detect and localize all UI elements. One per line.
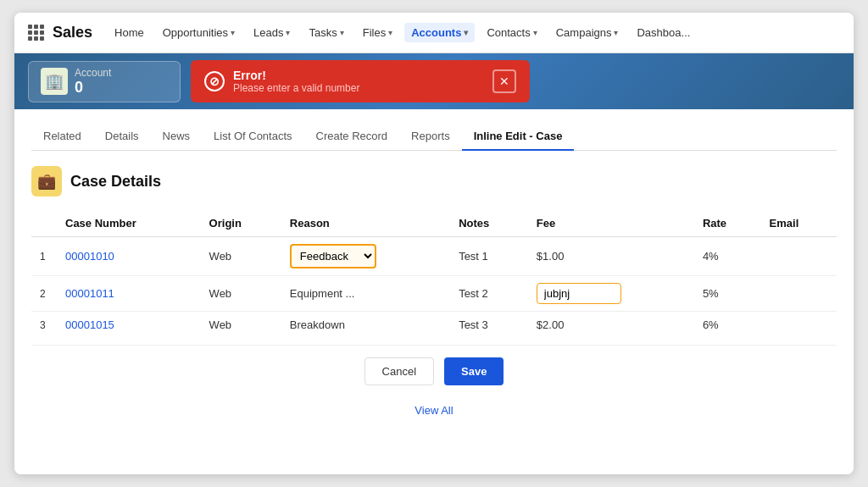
view-all-link[interactable]: View All [415,404,453,417]
account-label: Account [75,67,111,79]
tab-news[interactable]: News [151,123,203,151]
error-title: Error! [233,69,359,82]
app-window: Sales Home Opportunities ▾ Leads ▾ Tasks… [14,13,854,474]
chevron-down-icon: ▾ [533,28,537,37]
chevron-down-icon: ▾ [388,28,392,37]
tab-create-record[interactable]: Create Record [304,123,400,151]
error-text: Error! Please enter a valid number [233,69,359,94]
row-num-2: 2 [31,276,57,312]
reason-dropdown-1[interactable]: Feedback Equipment Breakdown [290,244,376,268]
col-case-number: Case Number [57,210,201,237]
tab-inline-edit-case[interactable]: Inline Edit - Case [462,123,575,151]
nav-item-tasks[interactable]: Tasks ▾ [302,23,350,42]
table-row: 3 00001015 Web Breakdown Test 3 $2.00 6% [31,312,837,339]
case-number-2: 00001011 [57,276,201,312]
blue-banner: 🏢 Account 0 ⊘ Error! Please enter a vali… [14,53,854,109]
error-close-button[interactable]: ✕ [492,69,516,93]
apps-icon[interactable] [28,25,44,41]
table-row: 1 00001010 Web Feedback Equipment Breakd… [31,237,837,276]
account-badge: 🏢 Account 0 [28,61,181,102]
top-nav: Sales Home Opportunities ▾ Leads ▾ Tasks… [14,13,854,53]
action-row: Cancel Save [31,345,837,394]
notes-2: Test 2 [450,276,528,312]
nav-item-dashboard[interactable]: Dashboa... [630,23,697,42]
email-2 [761,276,837,312]
tabs-bar: Related Details News List Of Contacts Cr… [31,123,837,151]
tab-reports[interactable]: Reports [399,123,462,151]
account-value: 0 [75,79,111,97]
row-num-1: 1 [31,237,57,276]
nav-item-files[interactable]: Files ▾ [356,23,399,42]
error-icon: ⊘ [204,71,225,91]
case-details-header: 💼 Case Details [31,166,837,196]
nav-brand: Sales [53,24,92,42]
account-info: Account 0 [75,67,111,97]
chevron-down-icon: ▾ [231,28,235,37]
chevron-down-icon: ▾ [464,28,468,37]
fee-1: $1.00 [528,237,694,276]
nav-item-leads[interactable]: Leads ▾ [247,23,297,42]
error-toast: ⊘ Error! Please enter a valid number ✕ [191,60,530,102]
fee-2[interactable] [528,276,694,312]
col-rate: Rate [694,210,761,237]
notes-3: Test 3 [450,312,528,339]
save-button[interactable]: Save [444,357,504,385]
reason-2: Equipment ... [281,276,450,312]
origin-1: Web [201,237,281,276]
case-number-1: 00001010 [57,237,201,276]
tab-details[interactable]: Details [93,123,151,151]
col-notes: Notes [450,210,528,237]
view-all-row: View All [31,394,837,419]
case-link-3[interactable]: 00001015 [65,318,114,331]
case-title: Case Details [70,173,161,191]
email-3 [761,312,837,339]
reason-1[interactable]: Feedback Equipment Breakdown [281,237,450,276]
col-origin: Origin [201,210,281,237]
chevron-down-icon: ▾ [340,28,344,37]
col-reason: Reason [281,210,450,237]
nav-item-contacts[interactable]: Contacts ▾ [480,23,543,42]
account-icon: 🏢 [41,68,68,95]
origin-3: Web [201,312,281,339]
reason-3: Breakdown [281,312,450,339]
fee-input-2[interactable] [537,283,621,304]
col-num [31,210,57,237]
chevron-down-icon: ▾ [614,28,618,37]
case-icon: 💼 [31,166,62,196]
rate-2: 5% [694,276,761,312]
tab-list-of-contacts[interactable]: List Of Contacts [202,123,303,151]
nav-item-accounts[interactable]: Accounts ▾ [404,23,475,42]
error-subtitle: Please enter a valid number [233,82,359,94]
rate-1: 4% [694,237,761,276]
case-link-2[interactable]: 00001011 [65,287,114,300]
nav-item-campaigns[interactable]: Campaigns ▾ [549,23,626,42]
case-number-3: 00001015 [57,312,201,339]
rate-3: 6% [694,312,761,339]
nav-item-home[interactable]: Home [108,23,151,42]
row-num-3: 3 [31,312,57,339]
cancel-button[interactable]: Cancel [364,357,434,385]
fee-3: $2.00 [528,312,694,339]
case-link-1[interactable]: 00001010 [65,250,114,263]
notes-1: Test 1 [450,237,528,276]
table-header-row: Case Number Origin Reason Notes Fee Rate… [31,210,837,237]
col-email: Email [761,210,837,237]
origin-2: Web [201,276,281,312]
main-content: Related Details News List Of Contacts Cr… [14,109,854,474]
chevron-down-icon: ▾ [286,28,290,37]
table-row: 2 00001011 Web Equipment ... Test 2 5% [31,276,837,312]
nav-item-opportunities[interactable]: Opportunities ▾ [156,23,242,42]
email-1 [761,237,837,276]
col-fee: Fee [528,210,694,237]
case-table: Case Number Origin Reason Notes Fee Rate… [31,210,837,338]
tab-related[interactable]: Related [31,123,93,151]
